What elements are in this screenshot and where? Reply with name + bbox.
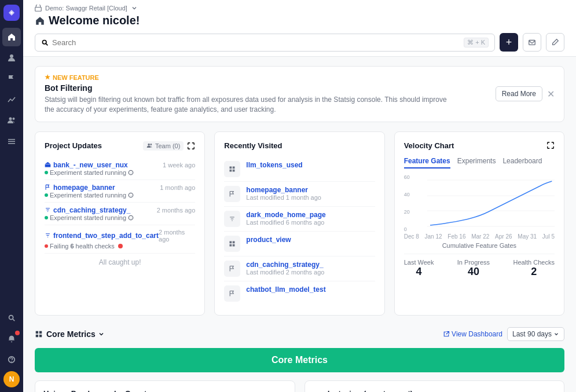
bank-icon [45, 162, 51, 168]
search-input[interactable] [52, 38, 460, 47]
core-metrics-left: Core Metrics [35, 329, 105, 339]
grid-icon [35, 330, 43, 338]
visited-name[interactable]: chatbot_llm_model_test [246, 285, 325, 294]
view-dashboard-button[interactable]: View Dashboard [443, 330, 502, 338]
project-name[interactable]: cdn_caching_strategy_ [45, 206, 130, 214]
svg-rect-27 [233, 169, 235, 171]
add-button[interactable]: + [500, 33, 518, 52]
close-button[interactable]: ✕ [547, 89, 555, 100]
metrics-grid: Unique Purchasers by Country A compariso… [35, 380, 564, 392]
svg-point-9 [11, 361, 12, 362]
breadcrumb: Demo: Swaggr Retail [Cloud] [35, 5, 564, 12]
sidebar-item-flag[interactable] [2, 69, 21, 88]
recently-visited-title: Recently Visited [224, 141, 282, 150]
svg-rect-24 [230, 166, 232, 168]
svg-rect-30 [230, 244, 232, 246]
svg-rect-26 [230, 169, 232, 171]
search-row: ⌘ + K + [35, 33, 564, 52]
visited-icon-flag [224, 186, 240, 202]
project-name[interactable]: frontend_two_step_add_to_cart [45, 232, 159, 240]
core-metrics-section: Core Metrics View Dashboard Last [35, 327, 564, 392]
recently-visited-header: Recently Visited [224, 141, 375, 150]
visited-icon-flag2 [224, 261, 240, 277]
sidebar-avatar[interactable]: N [3, 371, 20, 387]
velocity-svg [404, 174, 555, 232]
sidebar-item-users[interactable] [2, 111, 21, 130]
store-icon [35, 5, 42, 12]
home-icon [35, 16, 45, 26]
metric-title-product-view: product_view (event_count) [313, 389, 556, 392]
velocity-chart-area: 60 40 20 0 [404, 174, 555, 232]
sidebar-logo [3, 5, 20, 21]
info-icon: i [128, 215, 134, 221]
svg-point-0 [10, 54, 13, 58]
visited-name[interactable]: llm_tokens_used [246, 161, 302, 169]
team-badge[interactable]: Team (0) [143, 141, 184, 151]
main-content: Demo: Swaggr Retail [Cloud] Welcome nico… [23, 0, 576, 392]
project-updates-header: Project Updates Team (0) [45, 141, 195, 151]
external-link-icon [443, 331, 450, 338]
project-updates-title: Project Updates [45, 141, 102, 150]
sidebar-item-search[interactable] [2, 309, 21, 327]
page-body: ★ NEW FEATURE Bot Filtering Statsig will… [23, 57, 576, 392]
sidebar-item-bell[interactable] [2, 329, 21, 348]
project-updates-actions: Team (0) [143, 141, 195, 151]
metric-title-purchasers: Unique Purchasers by Country [43, 389, 287, 392]
recently-visited-card: Recently Visited llm_tokens_used home [214, 131, 384, 316]
svg-text:i: i [130, 193, 131, 197]
tab-leaderboard[interactable]: Leaderboard [502, 157, 542, 168]
expand-icon-vel[interactable] [546, 141, 555, 149]
sidebar-item-help[interactable] [2, 350, 21, 369]
chevron-down-icon2 [98, 331, 105, 338]
visited-name[interactable]: homepage_banner [246, 186, 321, 194]
svg-point-11 [42, 40, 46, 44]
project-item: frontend_two_step_add_to_cart 2 months a… [45, 225, 195, 254]
chart-subtitle: Cumulative Feature Gates [404, 242, 555, 249]
expand-icon[interactable] [187, 142, 195, 150]
email-button[interactable] [523, 33, 541, 52]
project-item: homepage_banner 1 month ago Experiment s… [45, 180, 195, 203]
chevron-down-icon [131, 5, 138, 12]
feature-label: ★ NEW FEATURE [45, 74, 555, 81]
visited-item: cdn_caching_strategy_ Last modified 2 mo… [224, 257, 375, 281]
svg-point-15 [150, 144, 152, 145]
sidebar-item-list[interactable] [2, 132, 21, 151]
bell-badge [15, 331, 20, 335]
velocity-tabs: Feature Gates Experiments Leaderboard [404, 157, 555, 168]
svg-rect-28 [230, 241, 232, 243]
status-dot [45, 193, 48, 197]
project-name[interactable]: homepage_banner [45, 184, 115, 192]
sidebar-item-home[interactable] [2, 28, 21, 46]
edit-button[interactable] [546, 33, 564, 52]
project-updates-card: Project Updates Team (0) [35, 131, 205, 316]
visited-name[interactable]: product_view [246, 236, 291, 244]
feature-title: Bot Filtering [45, 83, 555, 93]
vel-stat-healthchecks: Health Checks 2 [513, 259, 555, 278]
caught-up-message: All caught up! [45, 254, 195, 271]
y-axis-labels: 60 40 20 0 [404, 174, 410, 232]
status-dot-error [45, 244, 48, 248]
sidebar-bottom: N [2, 309, 21, 387]
status-dot [45, 216, 48, 219]
days-selector[interactable]: Last 90 days [507, 327, 564, 341]
visited-name[interactable]: dark_mode_home_page [246, 211, 325, 219]
sidebar-item-people[interactable] [2, 49, 21, 67]
vel-stat-inprogress: In Progress 40 [457, 259, 490, 278]
sidebar-item-chart[interactable] [2, 90, 21, 109]
page-title: Welcome nicole! [35, 14, 564, 27]
svg-text:i: i [130, 215, 131, 219]
svg-rect-3 [8, 139, 15, 140]
svg-point-2 [13, 118, 15, 120]
x-axis-labels: Dec 8 Jan 12 Feb 16 Mar 22 Apr 26 May 31… [404, 233, 555, 240]
tab-feature-gates[interactable]: Feature Gates [404, 157, 450, 168]
svg-rect-13 [529, 41, 535, 45]
core-metrics-title: Core Metrics [46, 329, 105, 339]
read-more-button[interactable]: Read More [496, 86, 542, 101]
velocity-chart-card: Velocity Chart Feature Gates Experiments… [394, 131, 564, 316]
project-name[interactable]: bank_-_new_user_nux [45, 161, 128, 169]
visited-name[interactable]: cdn_caching_strategy_ [246, 261, 324, 269]
visited-item: homepage_banner Last modified 1 month ag… [224, 182, 375, 207]
tab-experiments[interactable]: Experiments [457, 157, 496, 168]
svg-line-7 [13, 319, 15, 321]
svg-point-14 [148, 144, 149, 145]
